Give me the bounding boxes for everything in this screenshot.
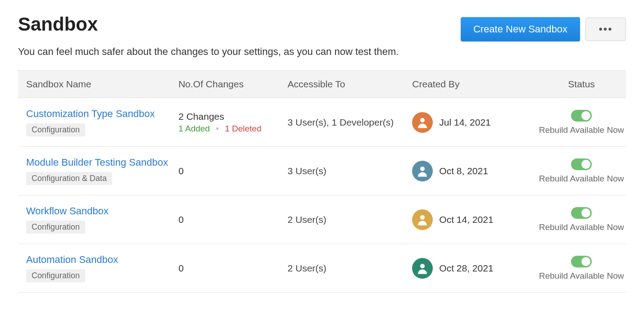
dot-separator: • [216, 124, 219, 133]
page-title: Sandbox [18, 14, 98, 35]
col-name: Sandbox Name [18, 79, 178, 90]
status-toggle[interactable] [571, 207, 592, 219]
changes-count: 2 Changes [178, 111, 287, 122]
status-text: Rebuild Available Now [539, 125, 624, 135]
table-header: Sandbox Name No.Of Changes Accessible To… [18, 70, 626, 98]
sandbox-name-link[interactable]: Customization Type Sandbox [26, 108, 178, 120]
added-count: 1 Added [178, 124, 210, 133]
creator-avatar [412, 209, 433, 230]
sandbox-name-link[interactable]: Workflow Sandbox [26, 205, 178, 217]
status-toggle[interactable] [571, 256, 592, 267]
page-subtitle: You can feel much safer about the change… [18, 46, 626, 58]
create-sandbox-button[interactable]: Create New Sandbox [461, 17, 580, 41]
col-status: Status [537, 79, 626, 90]
accessible-to: 2 User(s) [287, 214, 412, 225]
changes-count: 0 [178, 214, 287, 225]
created-date: Jul 14, 2021 [439, 117, 490, 128]
sandbox-name-link[interactable]: Automation Sandbox [26, 254, 178, 266]
creator-avatar [412, 161, 433, 181]
status-toggle[interactable] [571, 110, 592, 122]
svg-point-3 [420, 264, 425, 268]
more-actions-button[interactable]: ••• [585, 18, 626, 41]
col-created: Created By [412, 79, 537, 90]
created-date: Oct 8, 2021 [439, 166, 488, 176]
changes-count: 0 [178, 263, 287, 274]
table-row: Customization Type Sandbox Configuration… [18, 98, 626, 147]
table-row: Automation Sandbox Configuration 0 2 Use… [18, 244, 626, 293]
created-date: Oct 28, 2021 [439, 263, 493, 274]
sandbox-type-chip: Configuration & Data [26, 172, 112, 185]
status-text: Rebuild Available Now [539, 271, 624, 281]
sandbox-name-link[interactable]: Module Builder Testing Sandbox [26, 157, 178, 168]
changes-count: 0 [178, 166, 287, 176]
table-row: Workflow Sandbox Configuration 0 2 User(… [18, 195, 626, 244]
table-row: Module Builder Testing Sandbox Configura… [18, 147, 626, 195]
status-text: Rebuild Available Now [539, 222, 624, 232]
sandbox-type-chip: Configuration [26, 221, 85, 234]
col-access: Accessible To [287, 79, 412, 90]
sandbox-type-chip: Configuration [26, 123, 85, 136]
col-changes: No.Of Changes [178, 79, 287, 90]
status-toggle[interactable] [571, 158, 592, 170]
deleted-count: 1 Deleted [225, 124, 261, 133]
status-text: Rebuild Available Now [539, 174, 624, 184]
svg-point-0 [420, 118, 425, 122]
created-date: Oct 14, 2021 [439, 214, 493, 225]
accessible-to: 3 User(s) [287, 166, 412, 176]
creator-avatar [412, 258, 433, 279]
svg-point-2 [420, 215, 425, 220]
accessible-to: 3 User(s), 1 Developer(s) [287, 117, 412, 128]
sandbox-table: Sandbox Name No.Of Changes Accessible To… [18, 70, 626, 293]
creator-avatar [412, 112, 433, 133]
sandbox-type-chip: Configuration [26, 269, 85, 282]
svg-point-1 [420, 167, 425, 171]
accessible-to: 2 User(s) [287, 263, 412, 274]
